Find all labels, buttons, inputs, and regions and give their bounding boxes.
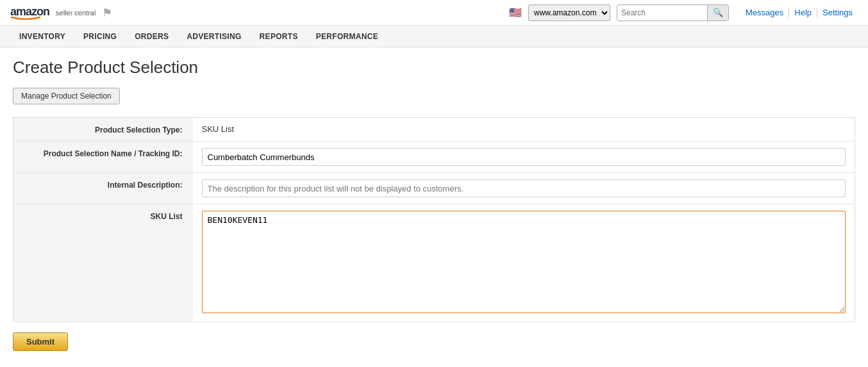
messages-link[interactable]: Messages bbox=[740, 8, 789, 17]
seller-central-label: seller central bbox=[56, 9, 96, 17]
search-input[interactable] bbox=[617, 5, 707, 20]
product-selection-type-label: Product Selection Type: bbox=[13, 118, 193, 142]
search-button[interactable]: 🔍 bbox=[707, 5, 728, 20]
product-selection-name-label: Product Selection Name / Tracking ID: bbox=[13, 142, 193, 173]
nav-orders[interactable]: Orders bbox=[126, 26, 178, 47]
internal-description-label: Internal Description: bbox=[13, 173, 193, 204]
amazon-logo: amazon bbox=[10, 6, 49, 20]
submit-area: Submit bbox=[13, 322, 855, 361]
header: amazon seller central ⚑ 🇺🇸 www.amazon.co… bbox=[0, 0, 868, 26]
sku-list-label: SKU List bbox=[13, 204, 193, 322]
nav-pricing[interactable]: Pricing bbox=[74, 26, 126, 47]
form-table: Product Selection Type: SKU List Product… bbox=[13, 117, 855, 322]
sku-list-value-cell bbox=[193, 204, 855, 322]
nav-advertising[interactable]: Advertising bbox=[178, 26, 250, 47]
product-selection-name-input[interactable] bbox=[202, 148, 846, 166]
page-content: Create Product Selection Manage Product … bbox=[0, 47, 868, 367]
nav-inventory[interactable]: Inventory bbox=[10, 26, 74, 47]
manage-product-selection-button[interactable]: Manage Product Selection bbox=[13, 88, 120, 104]
nav: Inventory Pricing Orders Advertising Rep… bbox=[0, 26, 868, 47]
form-row-name: Product Selection Name / Tracking ID: bbox=[13, 142, 855, 173]
form-row-type: Product Selection Type: SKU List bbox=[13, 118, 855, 142]
product-selection-type-value: SKU List bbox=[193, 118, 855, 142]
header-links: Messages Help Settings bbox=[740, 8, 858, 17]
logo-area: amazon seller central ⚑ bbox=[10, 6, 112, 20]
search-box: 🔍 bbox=[617, 4, 729, 21]
country-flag-icon: 🇺🇸 bbox=[509, 6, 522, 19]
internal-description-value-cell bbox=[193, 173, 855, 204]
submit-button[interactable]: Submit bbox=[13, 332, 68, 351]
amazon-smile-icon bbox=[10, 16, 41, 20]
page-title: Create Product Selection bbox=[13, 58, 855, 77]
product-selection-name-value-cell bbox=[193, 142, 855, 173]
internal-description-input[interactable] bbox=[202, 179, 846, 197]
help-link[interactable]: Help bbox=[789, 8, 817, 17]
nav-performance[interactable]: Performance bbox=[307, 26, 387, 47]
sku-list-text: SKU List bbox=[202, 122, 235, 134]
region-select[interactable]: www.amazon.com bbox=[528, 4, 610, 21]
nav-reports[interactable]: Reports bbox=[251, 26, 307, 47]
form-row-description: Internal Description: bbox=[13, 173, 855, 204]
flag-icon: ⚑ bbox=[102, 6, 112, 20]
form-row-sku: SKU List bbox=[13, 204, 855, 322]
search-icon: 🔍 bbox=[713, 8, 723, 17]
settings-link[interactable]: Settings bbox=[817, 8, 858, 17]
sku-list-textarea[interactable] bbox=[202, 211, 846, 313]
